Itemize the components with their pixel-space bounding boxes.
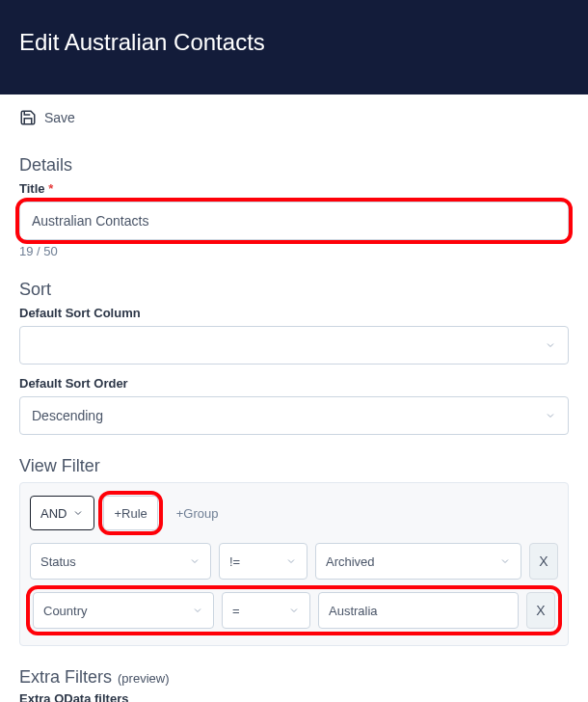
extra-odata-label: Extra OData filters [19,691,569,702]
remove-rule-button[interactable]: X [529,543,558,580]
rule-field-select[interactable]: Country [33,592,214,629]
filter-rule: Country = Australia X [33,592,555,629]
sort-order-select[interactable]: Descending [19,396,569,435]
chevron-down-icon [72,507,84,519]
sort-section: Sort Default Sort Column Default Sort Or… [19,280,569,435]
sort-order-label: Default Sort Order [19,376,569,391]
title-counter: 19 / 50 [19,244,569,258]
chevron-down-icon [499,555,511,567]
save-button[interactable]: Save [19,109,569,126]
sort-column-label: Default Sort Column [19,306,569,320]
page-header: Edit Australian Contacts [0,0,588,94]
sort-heading: Sort [19,280,569,300]
add-group-button[interactable]: +Group [167,496,228,530]
remove-rule-button[interactable]: X [526,592,555,629]
details-heading: Details [19,155,569,176]
filter-rule: Status != Archived X [30,543,558,580]
rule-operator-select[interactable]: = [222,592,310,629]
page-title: Edit Australian Contacts [19,29,569,56]
filter-section: View Filter AND +Rule +Group Status [19,456,569,646]
rule-field-select[interactable]: Status [30,543,211,580]
chevron-down-icon [288,605,300,616]
required-indicator: * [48,181,53,196]
extra-filters-heading: Extra Filters [19,667,112,688]
chevron-down-icon [545,339,556,351]
chevron-down-icon [545,410,556,421]
save-label: Save [44,110,75,125]
save-icon [19,109,37,126]
filter-heading: View Filter [19,456,569,476]
rule-value-select[interactable]: Archived [315,543,521,580]
page-body: Save Details Title * Australian Contacts… [0,94,588,702]
logic-selector[interactable]: AND [30,496,94,530]
chevron-down-icon [189,555,200,567]
rule-value-input[interactable]: Australia [318,592,519,629]
preview-badge: (preview) [118,671,169,686]
rule-operator-select[interactable]: != [219,543,307,580]
details-section: Details Title * Australian Contacts 19 /… [19,155,569,258]
title-label: Title * [19,181,569,196]
sort-column-select[interactable] [19,326,569,364]
chevron-down-icon [285,555,297,567]
chevron-down-icon [192,605,203,616]
filter-panel: AND +Rule +Group Status != [19,482,569,646]
title-input[interactable]: Australian Contacts [19,202,569,240]
extra-filters-section: Extra Filters (preview) Extra OData filt… [19,667,569,702]
add-rule-button[interactable]: +Rule [103,496,157,530]
